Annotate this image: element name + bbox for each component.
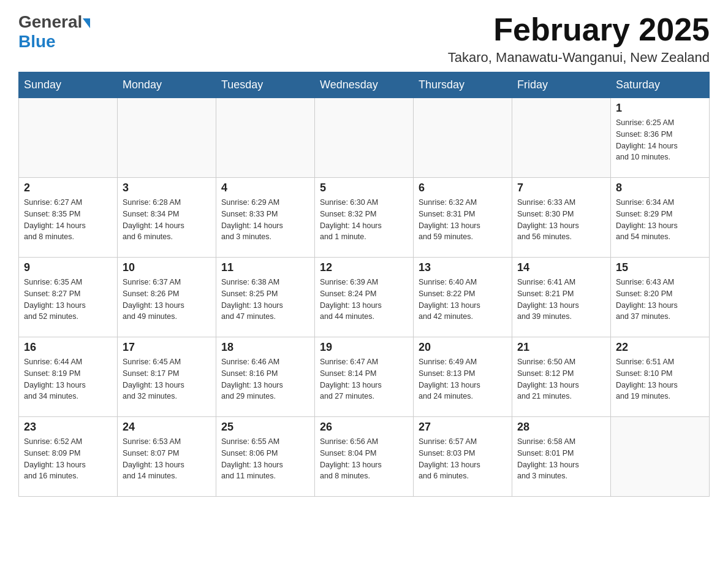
day-info: Sunrise: 6:35 AMSunset: 8:27 PMDaylight:… [24, 277, 112, 323]
day-header-saturday: Saturday [611, 72, 710, 98]
calendar-cell: 25Sunrise: 6:55 AMSunset: 8:06 PMDayligh… [216, 417, 315, 497]
calendar-cell [216, 98, 315, 178]
calendar-cell: 2Sunrise: 6:27 AMSunset: 8:35 PMDaylight… [19, 178, 118, 258]
day-info: Sunrise: 6:39 AMSunset: 8:24 PMDaylight:… [320, 277, 408, 323]
day-number: 23 [24, 421, 112, 434]
calendar-cell: 7Sunrise: 6:33 AMSunset: 8:30 PMDaylight… [512, 178, 611, 258]
calendar-cell [19, 98, 118, 178]
day-number: 27 [419, 421, 507, 434]
day-number: 28 [517, 421, 605, 434]
day-info: Sunrise: 6:47 AMSunset: 8:14 PMDaylight:… [320, 356, 408, 402]
day-number: 1 [616, 102, 704, 115]
day-info: Sunrise: 6:41 AMSunset: 8:21 PMDaylight:… [517, 277, 605, 323]
day-number: 18 [221, 341, 309, 354]
days-of-week-row: SundayMondayTuesdayWednesdayThursdayFrid… [19, 72, 710, 98]
day-number: 15 [616, 261, 704, 274]
calendar-cell: 26Sunrise: 6:56 AMSunset: 8:04 PMDayligh… [315, 417, 414, 497]
calendar-cell [512, 98, 611, 178]
week-row-4: 16Sunrise: 6:44 AMSunset: 8:19 PMDayligh… [19, 337, 710, 417]
day-info: Sunrise: 6:28 AMSunset: 8:34 PMDaylight:… [123, 197, 211, 243]
logo-blue-text: Blue [18, 32, 56, 51]
calendar-cell: 10Sunrise: 6:37 AMSunset: 8:26 PMDayligh… [118, 258, 216, 337]
day-number: 22 [616, 341, 704, 354]
calendar-cell: 28Sunrise: 6:58 AMSunset: 8:01 PMDayligh… [512, 417, 611, 497]
day-number: 21 [517, 341, 605, 354]
day-number: 3 [123, 182, 211, 194]
calendar-cell: 20Sunrise: 6:49 AMSunset: 8:13 PMDayligh… [414, 337, 512, 417]
calendar-cell: 18Sunrise: 6:46 AMSunset: 8:16 PMDayligh… [216, 337, 315, 417]
calendar-cell: 11Sunrise: 6:38 AMSunset: 8:25 PMDayligh… [216, 258, 315, 337]
calendar-cell: 13Sunrise: 6:40 AMSunset: 8:22 PMDayligh… [414, 258, 512, 337]
day-info: Sunrise: 6:38 AMSunset: 8:25 PMDaylight:… [221, 277, 309, 323]
day-info: Sunrise: 6:50 AMSunset: 8:12 PMDaylight:… [517, 356, 605, 402]
calendar-cell: 1Sunrise: 6:25 AMSunset: 8:36 PMDaylight… [611, 98, 710, 178]
logo: General Blue [18, 12, 90, 52]
calendar-cell: 15Sunrise: 6:43 AMSunset: 8:20 PMDayligh… [611, 258, 710, 337]
day-info: Sunrise: 6:49 AMSunset: 8:13 PMDaylight:… [419, 356, 507, 402]
day-info: Sunrise: 6:51 AMSunset: 8:10 PMDaylight:… [616, 356, 704, 402]
day-number: 4 [221, 182, 309, 194]
month-title: February 2025 [448, 12, 710, 47]
day-info: Sunrise: 6:46 AMSunset: 8:16 PMDaylight:… [221, 356, 309, 402]
day-number: 9 [24, 261, 112, 274]
day-number: 13 [419, 261, 507, 274]
day-info: Sunrise: 6:45 AMSunset: 8:17 PMDaylight:… [123, 356, 211, 402]
calendar-cell: 27Sunrise: 6:57 AMSunset: 8:03 PMDayligh… [414, 417, 512, 497]
day-header-friday: Friday [512, 72, 611, 98]
calendar-cell [611, 417, 710, 497]
day-number: 17 [123, 341, 211, 354]
calendar-cell: 21Sunrise: 6:50 AMSunset: 8:12 PMDayligh… [512, 337, 611, 417]
calendar-cell: 22Sunrise: 6:51 AMSunset: 8:10 PMDayligh… [611, 337, 710, 417]
calendar-cell: 24Sunrise: 6:53 AMSunset: 8:07 PMDayligh… [118, 417, 216, 497]
day-header-thursday: Thursday [414, 72, 512, 98]
day-number: 20 [419, 341, 507, 354]
day-info: Sunrise: 6:27 AMSunset: 8:35 PMDaylight:… [24, 197, 112, 243]
day-info: Sunrise: 6:30 AMSunset: 8:32 PMDaylight:… [320, 197, 408, 243]
day-header-sunday: Sunday [19, 72, 118, 98]
day-number: 26 [320, 421, 408, 434]
calendar-cell: 5Sunrise: 6:30 AMSunset: 8:32 PMDaylight… [315, 178, 414, 258]
calendar-cell: 12Sunrise: 6:39 AMSunset: 8:24 PMDayligh… [315, 258, 414, 337]
day-info: Sunrise: 6:44 AMSunset: 8:19 PMDaylight:… [24, 356, 112, 402]
logo-triangle-icon [83, 18, 90, 28]
day-info: Sunrise: 6:52 AMSunset: 8:09 PMDaylight:… [24, 436, 112, 482]
day-number: 25 [221, 421, 309, 434]
calendar-cell [315, 98, 414, 178]
calendar-cell: 8Sunrise: 6:34 AMSunset: 8:29 PMDaylight… [611, 178, 710, 258]
day-number: 10 [123, 261, 211, 274]
day-info: Sunrise: 6:56 AMSunset: 8:04 PMDaylight:… [320, 436, 408, 482]
calendar-cell: 6Sunrise: 6:32 AMSunset: 8:31 PMDaylight… [414, 178, 512, 258]
calendar-cell [118, 98, 216, 178]
day-header-monday: Monday [118, 72, 216, 98]
day-header-tuesday: Tuesday [216, 72, 315, 98]
day-number: 24 [123, 421, 211, 434]
day-info: Sunrise: 6:25 AMSunset: 8:36 PMDaylight:… [616, 117, 704, 163]
day-number: 19 [320, 341, 408, 354]
title-block: February 2025 Takaro, Manawatu-Wanganui,… [448, 12, 710, 66]
calendar-table: SundayMondayTuesdayWednesdayThursdayFrid… [18, 72, 710, 497]
calendar-cell [414, 98, 512, 178]
day-info: Sunrise: 6:33 AMSunset: 8:30 PMDaylight:… [517, 197, 605, 243]
day-header-wednesday: Wednesday [315, 72, 414, 98]
day-number: 7 [517, 182, 605, 194]
day-info: Sunrise: 6:29 AMSunset: 8:33 PMDaylight:… [221, 197, 309, 243]
day-number: 14 [517, 261, 605, 274]
day-info: Sunrise: 6:32 AMSunset: 8:31 PMDaylight:… [419, 197, 507, 243]
day-info: Sunrise: 6:55 AMSunset: 8:06 PMDaylight:… [221, 436, 309, 482]
day-info: Sunrise: 6:53 AMSunset: 8:07 PMDaylight:… [123, 436, 211, 482]
calendar-cell: 9Sunrise: 6:35 AMSunset: 8:27 PMDaylight… [19, 258, 118, 337]
day-info: Sunrise: 6:58 AMSunset: 8:01 PMDaylight:… [517, 436, 605, 482]
calendar-header: SundayMondayTuesdayWednesdayThursdayFrid… [19, 72, 710, 98]
day-number: 12 [320, 261, 408, 274]
day-info: Sunrise: 6:43 AMSunset: 8:20 PMDaylight:… [616, 277, 704, 323]
day-info: Sunrise: 6:57 AMSunset: 8:03 PMDaylight:… [419, 436, 507, 482]
calendar-cell: 23Sunrise: 6:52 AMSunset: 8:09 PMDayligh… [19, 417, 118, 497]
day-info: Sunrise: 6:37 AMSunset: 8:26 PMDaylight:… [123, 277, 211, 323]
day-number: 8 [616, 182, 704, 194]
day-info: Sunrise: 6:34 AMSunset: 8:29 PMDaylight:… [616, 197, 704, 243]
day-number: 2 [24, 182, 112, 194]
day-info: Sunrise: 6:40 AMSunset: 8:22 PMDaylight:… [419, 277, 507, 323]
calendar-cell: 19Sunrise: 6:47 AMSunset: 8:14 PMDayligh… [315, 337, 414, 417]
week-row-3: 9Sunrise: 6:35 AMSunset: 8:27 PMDaylight… [19, 258, 710, 337]
week-row-5: 23Sunrise: 6:52 AMSunset: 8:09 PMDayligh… [19, 417, 710, 497]
